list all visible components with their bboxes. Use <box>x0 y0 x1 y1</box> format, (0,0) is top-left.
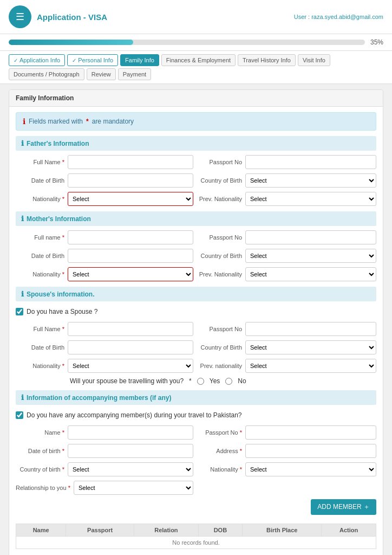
tab-payment[interactable]: Payment <box>118 68 151 80</box>
member-name-input[interactable] <box>68 425 193 440</box>
member-passport-input[interactable] <box>245 425 376 440</box>
card-body: ℹ Fields marked with * are mandatory ℹ F… <box>9 107 383 555</box>
father-dob-input[interactable] <box>68 173 193 188</box>
spouse-travel-yes-radio[interactable] <box>197 378 204 385</box>
member-dob-label: Date of birth * <box>16 448 64 454</box>
tab-finances[interactable]: Finances & Employment <box>161 54 236 66</box>
father-fullname-input[interactable] <box>68 155 193 169</box>
spouse-section-header: ℹ Spouse's information. <box>16 287 376 301</box>
member-passport-group: Passport No * <box>199 425 376 440</box>
father-prev-nationality-select[interactable]: Select <box>245 192 376 206</box>
mother-fullname-label: Full name * <box>16 234 64 241</box>
father-prev-nationality-label: Prev. Nationality <box>199 196 242 202</box>
mandatory-alert: ℹ Fields marked with * are mandatory <box>16 112 376 131</box>
father-nationality-row: Nationality * Select Prev. Nationality S… <box>16 192 376 206</box>
mother-fullname-input[interactable] <box>68 230 193 244</box>
logo: ☰ <box>9 5 31 28</box>
spouse-prev-nationality-select[interactable]: Select <box>245 359 376 373</box>
table-no-records-row: No records found. <box>16 537 376 549</box>
accompanying-section: ℹ Information of accompanying members (i… <box>16 390 376 549</box>
mother-passport-group: Passport No <box>199 230 376 244</box>
has-spouse-row: Do you have a Spouse ? <box>16 306 376 318</box>
father-nationality-label: Nationality * <box>16 196 64 202</box>
mother-country-label: Country of Birth <box>199 253 242 259</box>
member-nationality-select[interactable]: Select <box>245 462 376 476</box>
spouse-country-group: Country of Birth Select <box>199 340 376 354</box>
father-nationality-group: Nationality * Select <box>16 192 193 206</box>
spouse-nationality-group: Nationality * Select <box>16 359 193 373</box>
mother-dob-input[interactable] <box>68 249 193 263</box>
member-country-group: Country of birth * Select <box>16 462 193 476</box>
tab-visit-info[interactable]: Visit Info <box>298 54 330 66</box>
progress-bar-fill <box>9 40 133 45</box>
members-table-header-row: Name Passport Relation DOB Birth Place A… <box>16 524 376 537</box>
has-members-checkbox[interactable] <box>16 411 23 419</box>
father-country-group: Country of Birth Select <box>199 173 376 188</box>
father-passport-input[interactable] <box>245 155 376 169</box>
mother-dob-label: Date of Birth <box>16 253 64 259</box>
add-member-row: ADD MEMBER ＋ <box>16 499 376 519</box>
mother-nationality-row: Nationality * Select Prev. Nationality S… <box>16 267 376 281</box>
member-dob-input[interactable] <box>68 444 193 458</box>
member-dob-group: Date of birth * <box>16 444 193 458</box>
spouse-nationality-select[interactable]: Select <box>68 359 193 373</box>
spouse-name-passport-row: Full Name * Passport No <box>16 322 376 336</box>
member-passport-label: Passport No * <box>199 429 242 436</box>
spouse-country-label: Country of Birth <box>199 344 242 351</box>
tab-documents[interactable]: Documents / Photograph <box>9 68 84 80</box>
tab-app-info[interactable]: ✓ Application Info <box>9 54 65 66</box>
header: ☰ Application - VISA User : raza.syed.ab… <box>0 0 392 34</box>
father-passport-label: Passport No <box>199 159 242 165</box>
tab-family-info[interactable]: Family Info <box>120 54 159 66</box>
father-dob-group: Date of Birth <box>16 173 193 188</box>
member-name-label: Name * <box>16 429 64 436</box>
info-icon: ℹ <box>21 290 24 298</box>
spouse-travel-no-radio[interactable] <box>225 378 232 385</box>
spouse-passport-label: Passport No <box>199 326 242 332</box>
member-relationship-select[interactable]: Select <box>74 481 193 495</box>
spouse-section: ℹ Spouse's information. Do you have a Sp… <box>16 287 376 385</box>
has-members-row: Do you have any accompanying member(s) d… <box>16 409 376 421</box>
mother-passport-input[interactable] <box>245 230 376 244</box>
spouse-travel-no-label: No <box>238 377 246 385</box>
tab-travel-history[interactable]: Travel History Info <box>238 54 296 66</box>
header-left: ☰ Application - VISA <box>9 5 107 28</box>
col-birthplace: Birth Place <box>243 524 322 537</box>
info-icon: ℹ <box>21 393 24 402</box>
tab-review[interactable]: Review <box>87 68 116 80</box>
member-address-label: Address * <box>199 448 242 454</box>
logo-icon: ☰ <box>16 11 24 23</box>
mother-country-select[interactable]: Select <box>245 249 376 263</box>
add-member-button[interactable]: ADD MEMBER ＋ <box>311 499 376 515</box>
member-country-select[interactable]: Select <box>68 462 193 476</box>
spouse-country-select[interactable]: Select <box>245 340 376 354</box>
has-spouse-checkbox[interactable] <box>16 308 23 315</box>
spouse-nationality-row: Nationality * Select Prev. nationality S… <box>16 359 376 373</box>
has-spouse-label: Do you have a Spouse ? <box>27 308 97 315</box>
col-dob: DOB <box>198 524 242 537</box>
mother-nationality-select[interactable]: Select <box>68 267 193 281</box>
spouse-dob-input[interactable] <box>68 340 193 354</box>
father-dob-country-row: Date of Birth Country of Birth Select <box>16 173 376 188</box>
spouse-travelling-row: Will your spouse be travelling with you?… <box>16 377 376 385</box>
member-address-input[interactable] <box>245 444 376 458</box>
tab-personal-info[interactable]: ✓ Personal Info <box>67 54 118 66</box>
app-title: Application - VISA <box>37 12 107 22</box>
mother-prev-nationality-select[interactable]: Select <box>245 267 376 281</box>
member-nationality-label: Nationality * <box>199 466 242 473</box>
member-relationship-group: Relationship to you * Select <box>16 481 193 495</box>
member-nationality-group: Nationality * Select <box>199 462 376 476</box>
spouse-passport-input[interactable] <box>245 322 376 336</box>
spouse-dob-label: Date of Birth <box>16 344 64 351</box>
spouse-fullname-input[interactable] <box>68 322 193 336</box>
father-country-select[interactable]: Select <box>245 173 376 188</box>
check-icon: ✓ <box>14 57 18 63</box>
member-country-label: Country of birth * <box>16 466 64 473</box>
col-name: Name <box>16 524 66 537</box>
col-passport: Passport <box>66 524 134 537</box>
no-records-cell: No records found. <box>16 537 376 549</box>
spouse-dob-country-row: Date of Birth Country of Birth Select <box>16 340 376 354</box>
father-nationality-select[interactable]: Select <box>68 192 193 206</box>
member-address-group: Address * <box>199 444 376 458</box>
accompanying-section-header: ℹ Information of accompanying members (i… <box>16 390 376 405</box>
